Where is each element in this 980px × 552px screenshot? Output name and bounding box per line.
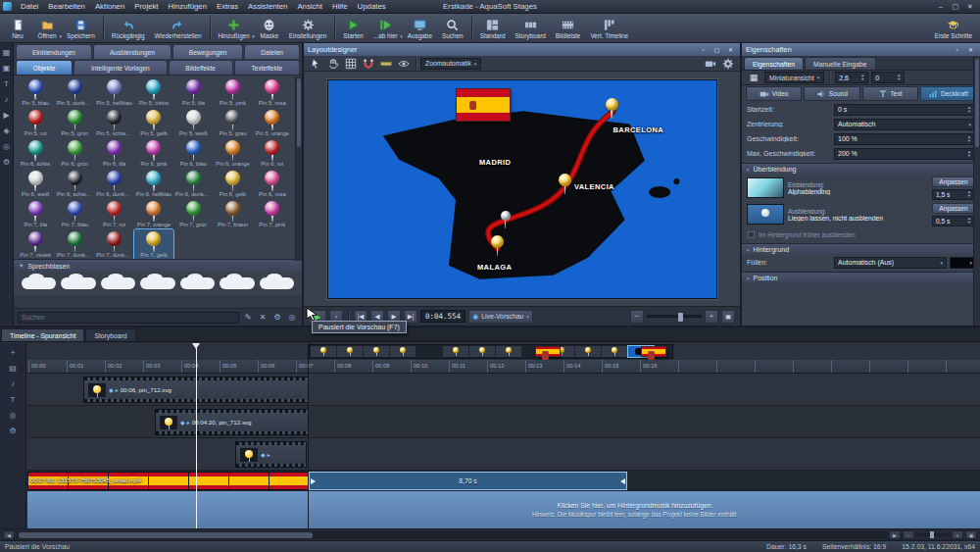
scroll-track[interactable]	[17, 531, 887, 539]
stepper-arrows[interactable]: ▲▼	[967, 106, 971, 113]
fade-out-duration-field[interactable]: 0,5 s ▲▼	[932, 216, 975, 226]
menu-bearbeiten[interactable]: Bearbeiten	[43, 0, 90, 13]
zoom-mode-dropdown[interactable]: Zoomautomatik▾	[420, 58, 481, 70]
pin-item-pin-5-hellblau[interactable]: Pin 5, hellblau	[95, 77, 134, 108]
settings-icon[interactable]: ⚙	[271, 312, 283, 324]
tab-storyboard[interactable]: Storyboard	[85, 328, 135, 341]
video-icon[interactable]: ▶	[1, 109, 13, 121]
filmstrip-thumb-pin[interactable]	[390, 346, 416, 357]
pin-item-pin-6-wei[interactable]: Pin 6, weiß	[16, 169, 55, 199]
tab-bewegungen[interactable]: Bewegungen	[172, 44, 243, 59]
text-icon[interactable]: T	[1, 77, 13, 89]
pin-item-pin-5-wei[interactable]: Pin 5, weiß	[173, 108, 213, 138]
menu-hinzuf-gen[interactable]: Hinzufügen	[164, 0, 212, 13]
preview-zoom-slider[interactable]	[647, 315, 702, 318]
pin-item-pin-6-orange[interactable]: Pin 6, orange	[213, 138, 252, 169]
close-panel-icon[interactable]: ✕	[965, 45, 976, 55]
filmstrip-thumb-pin[interactable]	[496, 346, 521, 357]
stepper-arrows[interactable]: ▲▼	[967, 217, 971, 224]
playhead[interactable]	[196, 343, 197, 528]
filmstrip-thumb-pin[interactable]	[575, 346, 601, 357]
filmstrip-thumb-flag[interactable]	[535, 346, 561, 357]
pin-item-pin-7-blau[interactable]: Pin 7, blau	[55, 199, 94, 229]
clear-icon[interactable]: ✕	[257, 312, 269, 324]
toolbar-button-r-ckg-ngig[interactable]: Rückgängig	[107, 15, 150, 42]
eye-icon[interactable]	[396, 57, 412, 70]
tab-bildeffekte[interactable]: Bildeffekte	[169, 60, 233, 75]
pin-item-pin-6-t-rkis[interactable]: Pin 6, türkis	[16, 138, 55, 169]
film-icon[interactable]: ▤	[7, 362, 19, 374]
toggle-video[interactable]: Video	[746, 86, 802, 101]
timeline-item-pin-3[interactable]: ◆▸	[235, 441, 307, 468]
pin-item-pin-5-dunkelblau[interactable]: Pin 5, dunkelblau	[55, 77, 94, 108]
text-icon[interactable]: T	[7, 393, 19, 405]
gear-icon[interactable]	[720, 57, 736, 70]
toolbar-button-einstellungen[interactable]: Einstellungen	[284, 15, 331, 42]
object-icon[interactable]: ◈	[1, 125, 13, 136]
fade-background-checkbox[interactable]: Im Hintergrund früher ausblenden	[742, 227, 980, 241]
checkbox[interactable]	[748, 231, 755, 238]
timeline-item-pin-2[interactable]: ◆▸00:04.20, pin_712.svg	[155, 409, 309, 435]
pin-item-pin-5-pink[interactable]: Pin 5, pink	[213, 77, 252, 108]
timeline-fit-button[interactable]: ▣	[965, 530, 977, 539]
spain-flag[interactable]	[456, 88, 511, 122]
fade-in-duration-field[interactable]: 1,5 s ▲▼	[932, 189, 975, 200]
pin-item-pin-5-grau[interactable]: Pin 5, grau	[213, 108, 252, 138]
field-zentrierung-control[interactable]: Automatisch▾	[834, 119, 975, 130]
toolbar-button-ffnen[interactable]: Öffnen▾	[32, 15, 62, 42]
tab-ausblendungen[interactable]: Ausblendungen	[93, 44, 172, 59]
stepper-arrows[interactable]: ▲▼	[967, 135, 971, 142]
pin-item-pin-7-lila[interactable]: Pin 7, lila	[16, 199, 55, 229]
fade-out-thumbnail[interactable]	[747, 204, 784, 225]
toolbar-button-erste-schritte[interactable]: Erste Schritte	[930, 15, 977, 42]
pin-item-pin-7-gelb[interactable]: Pin 7, gelb	[134, 229, 173, 260]
menu-updates[interactable]: Updates	[353, 0, 391, 13]
toolbar-button-ab-hier[interactable]: ...ab hier▾	[368, 15, 403, 42]
map-pin-gray[interactable]	[501, 211, 511, 228]
tab-einblendungen[interactable]: Einblendungen	[16, 44, 92, 59]
settings-icon[interactable]: ⚙	[7, 425, 19, 436]
pin-item-pin-7-violett[interactable]: Pin 7, violett	[16, 229, 55, 260]
menu-aktionen[interactable]: Aktionen	[90, 0, 129, 13]
toolbar-button-neu[interactable]: Neu	[3, 15, 32, 42]
toolbar-button-ausgabe[interactable]: Ausgabe	[403, 15, 437, 42]
pin-item-pin-5-rosa[interactable]: Pin 5, rosa	[253, 77, 292, 108]
pin-item-pin-6-lila[interactable]: Pin 6, lila	[95, 138, 134, 169]
tab-eigenschaften[interactable]: Eigenschaften	[744, 57, 804, 70]
field-max-geschwindigkeit-control[interactable]: 200 %▲▼	[834, 148, 975, 160]
scroll-thumb[interactable]	[19, 532, 313, 538]
fill-select[interactable]: Automatisch (Aus) ▾	[834, 257, 947, 269]
timeline-ruler[interactable]: 00:0000:0100:0200:0300:0400:0500:0600:07…	[27, 360, 980, 374]
pin-item-pin-7-dunkelgr-n[interactable]: Pin 7, dunkelgrün	[55, 229, 94, 260]
pin-item-pin-5-gelb[interactable]: Pin 5, gelb	[134, 108, 173, 138]
preview-fit-button[interactable]: ▣	[721, 310, 735, 324]
starttime-quick-field[interactable]: 0 ▲▼	[871, 72, 905, 83]
pin-item-pin-6-dunkelgr-n[interactable]: Pin 6, dunkelgrün	[173, 169, 213, 199]
map-pin-yellow-2[interactable]	[491, 235, 504, 256]
pin-item-pin-7-orange[interactable]: Pin 7, orange	[134, 199, 173, 229]
pin-item-pin-7-dunkelrot[interactable]: Pin 7, dunkelrot	[95, 229, 134, 260]
timeline-zoom-slider[interactable]	[916, 533, 950, 536]
toolbar-button-maske[interactable]: Maske	[255, 15, 284, 42]
close-button[interactable]: ✕	[963, 1, 977, 12]
section-ueberblendung[interactable]: ▾ Überblendung	[742, 163, 980, 175]
pin-item-pin-5-lila[interactable]: Pin 5, lila	[173, 77, 213, 108]
map-icon[interactable]: ◎	[1, 140, 13, 152]
toolbar-button-hinzuf-gen[interactable]: Hinzufügen▾	[214, 15, 255, 42]
stepper-arrows[interactable]: ▲▼	[967, 150, 971, 157]
fade-in-adjust-button[interactable]: Anpassen	[932, 176, 975, 187]
toolbar-button-wiederherstellen[interactable]: Wiederherstellen	[150, 15, 207, 42]
pin-item-pin-6-blau[interactable]: Pin 6, blau	[173, 138, 213, 169]
menu-hilfe[interactable]: Hilfe	[327, 0, 353, 13]
toolbar-button-suchen[interactable]: Suchen	[437, 15, 468, 42]
toolbar-button-storyboard[interactable]: Storyboard	[511, 15, 551, 42]
pin-item-pin-5-orange[interactable]: Pin 5, orange	[253, 108, 292, 138]
magnet-icon[interactable]	[361, 57, 376, 70]
speech-bubble-item[interactable]	[220, 277, 254, 289]
tab-manuelle-eingabe[interactable]: Manuelle Eingabe	[805, 57, 875, 70]
preview-zoom-out-button[interactable]: −	[630, 310, 644, 324]
pin-item-pin-5-schwarz[interactable]: Pin 5, schwarz	[95, 108, 134, 138]
camera-icon[interactable]	[703, 57, 718, 70]
preview-canvas[interactable]: MADRIDBARCELONAVALENCIAMALAGA	[327, 79, 717, 299]
properties-scrollbar[interactable]	[973, 57, 980, 326]
